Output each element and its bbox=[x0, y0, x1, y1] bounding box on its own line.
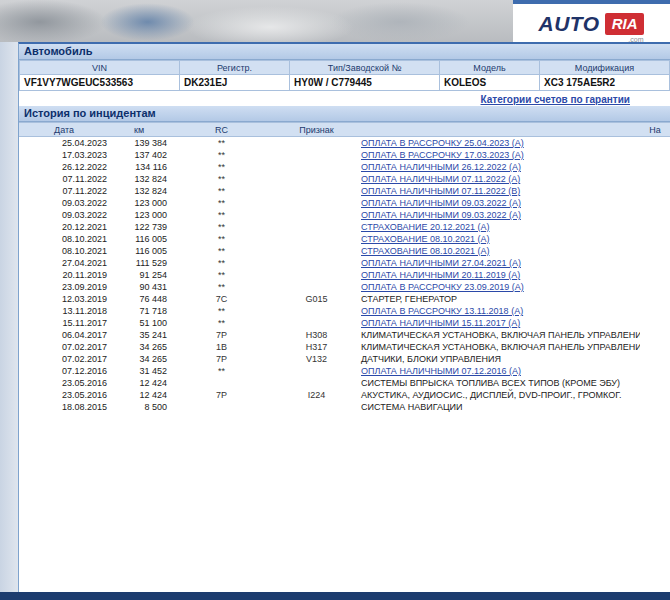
incident-km-cell: 123 000 bbox=[109, 209, 169, 221]
incident-desc-cell: СТРАХОВАНИЕ 08.10.2021 (А) bbox=[359, 233, 640, 245]
incident-km-cell: 34 265 bbox=[109, 353, 169, 365]
incident-rc-cell: ** bbox=[169, 245, 274, 257]
incident-rc-cell: ** bbox=[169, 221, 274, 233]
incident-row: 23.09.201990 431**ОПЛАТА В РАССРОЧКУ 23.… bbox=[19, 281, 670, 293]
incident-code-cell bbox=[274, 161, 359, 173]
incident-row: 23.05.201612 4247PI224АКУСТИКА, АУДИОСИС… bbox=[19, 389, 670, 401]
incident-rc-cell: ** bbox=[169, 257, 274, 269]
incident-name-cell bbox=[640, 329, 670, 341]
incident-row: 08.10.2021116 005**СТРАХОВАНИЕ 08.10.202… bbox=[19, 245, 670, 257]
incidents-col-desc bbox=[359, 123, 640, 137]
incident-name-cell bbox=[640, 173, 670, 185]
incident-date-cell: 07.11.2022 bbox=[19, 173, 109, 185]
vehicle-model-value: KOLEOS bbox=[440, 75, 540, 91]
incident-rc-cell bbox=[169, 401, 274, 413]
incident-name-cell bbox=[640, 221, 670, 233]
incident-desc-link[interactable]: ОПЛАТА НАЛИЧНЫМИ 15.11.2017 (А) bbox=[361, 318, 520, 328]
incident-km-cell: 12 424 bbox=[109, 377, 169, 389]
logo-auto-text: AUTO bbox=[539, 12, 600, 36]
incident-desc-cell: ОПЛАТА НАЛИЧНЫМИ 07.12.2016 (А) bbox=[359, 365, 640, 377]
incident-code-cell bbox=[274, 209, 359, 221]
incident-name-cell bbox=[640, 317, 670, 329]
incidents-col-code: Признак bbox=[274, 123, 359, 137]
incident-km-cell: 111 529 bbox=[109, 257, 169, 269]
incident-name-cell bbox=[640, 389, 670, 401]
incident-rc-cell bbox=[169, 377, 274, 389]
incidents-header-row: Дата км RC Признак На bbox=[19, 123, 670, 137]
incident-row: 20.11.201991 254**ОПЛАТА НАЛИЧНЫМИ 20.11… bbox=[19, 269, 670, 281]
incident-name-cell bbox=[640, 353, 670, 365]
vehicle-values-row: VF1VY7WGEUC533563 DK231EJ HY0W / C779445… bbox=[20, 75, 670, 91]
incident-date-cell: 25.04.2023 bbox=[19, 137, 109, 150]
incident-desc-link[interactable]: ОПЛАТА НАЛИЧНЫМИ 27.04.2021 (А) bbox=[361, 258, 521, 268]
incident-desc-cell: ОПЛАТА НАЛИЧНЫМИ 09.03.2022 (А) bbox=[359, 209, 640, 221]
vehicle-col-type: Тип/Заводской № bbox=[290, 61, 440, 75]
vehicle-col-modification: Модификация bbox=[540, 61, 670, 75]
incident-km-cell: 116 005 bbox=[109, 245, 169, 257]
incident-desc-link[interactable]: ОПЛАТА В РАССРОЧКУ 23.09.2019 (А) bbox=[361, 282, 524, 292]
incident-km-cell: 91 254 bbox=[109, 269, 169, 281]
incident-desc-link[interactable]: ОПЛАТА НАЛИЧНЫМИ 09.03.2022 (А) bbox=[361, 198, 521, 208]
incident-desc-text: КЛИМАТИЧЕСКАЯ УСТАНОВКА, ВКЛЮЧАЯ ПАНЕЛЬ … bbox=[359, 329, 640, 341]
incident-row: 07.11.2022132 824**ОПЛАТА НАЛИЧНЫМИ 07.1… bbox=[19, 173, 670, 185]
incident-desc-cell: ОПЛАТА НАЛИЧНЫМИ 09.03.2022 (А) bbox=[359, 197, 640, 209]
incident-desc-link[interactable]: СТРАХОВАНИЕ 08.10.2021 (А) bbox=[361, 234, 490, 244]
incident-date-cell: 27.04.2021 bbox=[19, 257, 109, 269]
incident-desc-link[interactable]: ОПЛАТА НАЛИЧНЫМИ 07.11.2022 (В) bbox=[361, 186, 520, 196]
incident-km-cell: 139 384 bbox=[109, 137, 169, 150]
incident-date-cell: 17.03.2023 bbox=[19, 149, 109, 161]
incident-desc-cell: ОПЛАТА НАЛИЧНЫМИ 26.12.2022 (А) bbox=[359, 161, 640, 173]
incident-km-cell: 123 000 bbox=[109, 197, 169, 209]
incident-name-cell bbox=[640, 233, 670, 245]
incidents-col-rc: RC bbox=[169, 123, 274, 137]
incident-code-cell bbox=[274, 137, 359, 150]
incident-km-cell: 116 005 bbox=[109, 233, 169, 245]
incident-row: 12.03.201976 4487CG015СТАРТЕР, ГЕНЕРАТОР bbox=[19, 293, 670, 305]
autoria-logo[interactable]: AUTO RIA .com bbox=[513, 4, 670, 43]
incident-desc-link[interactable]: ОПЛАТА В РАССРОЧКУ 17.03.2023 (А) bbox=[361, 150, 524, 160]
incident-km-cell: 51 100 bbox=[109, 317, 169, 329]
incident-code-cell bbox=[274, 197, 359, 209]
incident-rc-cell: ** bbox=[169, 233, 274, 245]
incident-row: 08.10.2021116 005**СТРАХОВАНИЕ 08.10.202… bbox=[19, 233, 670, 245]
incident-name-cell bbox=[640, 305, 670, 317]
incident-km-cell: 76 448 bbox=[109, 293, 169, 305]
incident-code-cell bbox=[274, 149, 359, 161]
incident-name-cell bbox=[640, 365, 670, 377]
warranty-categories-link[interactable]: Категории счетов по гарантии bbox=[481, 94, 630, 105]
incident-desc-link[interactable]: СТРАХОВАНИЕ 08.10.2021 (А) bbox=[361, 246, 490, 256]
incident-code-cell: I224 bbox=[274, 389, 359, 401]
incident-desc-link[interactable]: ОПЛАТА В РАССРОЧКУ 25.04.2023 (А) bbox=[361, 138, 524, 148]
incident-desc-cell: ОПЛАТА НАЛИЧНЫМИ 27.04.2021 (А) bbox=[359, 257, 640, 269]
incident-desc-link[interactable]: ОПЛАТА НАЛИЧНЫМИ 26.12.2022 (А) bbox=[361, 162, 521, 172]
incident-desc-text: СИСТЕМА НАВИГАЦИИ bbox=[359, 401, 640, 413]
incidents-col-name: На bbox=[640, 123, 670, 137]
incident-desc-link[interactable]: ОПЛАТА НАЛИЧНЫМИ 09.03.2022 (А) bbox=[361, 210, 521, 220]
logo-ria-text: RIA bbox=[605, 13, 645, 35]
incident-date-cell: 09.03.2022 bbox=[19, 209, 109, 221]
vehicle-registration-value: DK231EJ bbox=[180, 75, 290, 91]
incident-desc-link[interactable]: ОПЛАТА В РАССРОЧКУ 13.11.2018 (А) bbox=[361, 306, 523, 316]
incident-desc-link[interactable]: ОПЛАТА НАЛИЧНЫМИ 20.11.2019 (А) bbox=[361, 270, 520, 280]
incident-date-cell: 15.11.2017 bbox=[19, 317, 109, 329]
incident-desc-link[interactable]: ОПЛАТА НАЛИЧНЫМИ 07.11.2022 (А) bbox=[361, 174, 520, 184]
incident-row: 07.02.201734 2651BH317КЛИМАТИЧЕСКАЯ УСТА… bbox=[19, 341, 670, 353]
incident-km-cell: 71 718 bbox=[109, 305, 169, 317]
incident-code-cell: H308 bbox=[274, 329, 359, 341]
incident-rc-cell: ** bbox=[169, 185, 274, 197]
incident-km-cell: 132 824 bbox=[109, 185, 169, 197]
incident-km-cell: 31 452 bbox=[109, 365, 169, 377]
incident-desc-link[interactable]: СТРАХОВАНИЕ 20.12.2021 (А) bbox=[361, 222, 490, 232]
incident-date-cell: 07.12.2016 bbox=[19, 365, 109, 377]
incident-desc-link[interactable]: ОПЛАТА НАЛИЧНЫМИ 07.12.2016 (А) bbox=[361, 366, 521, 376]
incident-rc-cell: ** bbox=[169, 161, 274, 173]
incident-rc-cell: ** bbox=[169, 305, 274, 317]
incident-code-cell bbox=[274, 221, 359, 233]
incident-code-cell bbox=[274, 245, 359, 257]
incident-desc-cell: ОПЛАТА НАЛИЧНЫМИ 07.11.2022 (А) bbox=[359, 173, 640, 185]
incident-code-cell bbox=[274, 185, 359, 197]
incident-desc-text: СИСТЕМЫ ВПРЫСКА ТОПЛИВА ВСЕХ ТИПОВ (КРОМ… bbox=[359, 377, 640, 389]
incident-desc-cell: ОПЛАТА В РАССРОЧКУ 17.03.2023 (А) bbox=[359, 149, 640, 161]
bottom-bar bbox=[0, 592, 670, 600]
incident-code-cell bbox=[274, 281, 359, 293]
